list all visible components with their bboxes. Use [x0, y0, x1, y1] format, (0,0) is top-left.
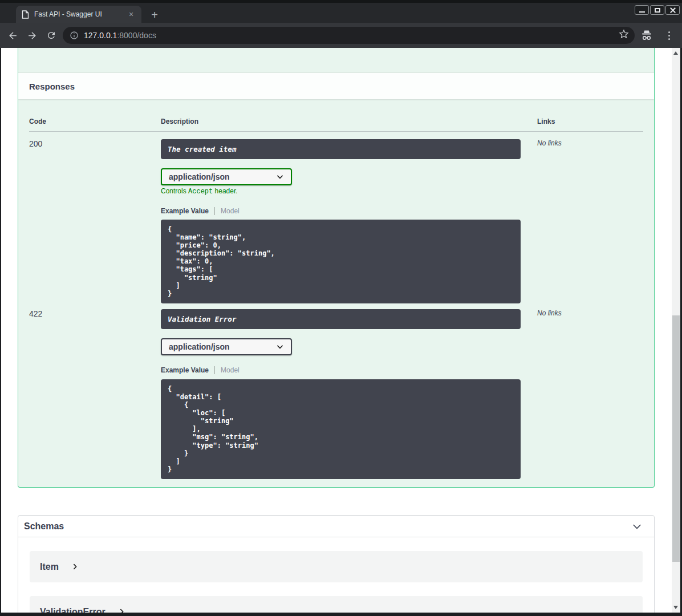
responses-table: Code Description Links 200 The created i…: [18, 99, 654, 479]
browser-toolbar: 127.0.0.1:8000/docs: [0, 23, 682, 48]
chevron-down-icon[interactable]: [631, 521, 643, 532]
model-name: ValidationError: [40, 607, 105, 613]
browser-tab[interactable]: Fast API - Swagger UI ×: [16, 6, 141, 23]
model-name: Item: [40, 562, 59, 572]
minimize-icon: [639, 11, 645, 13]
schemas-section: Schemas Item ValidationError: [18, 515, 655, 613]
document-favicon-icon: [22, 10, 29, 19]
tab-close-icon[interactable]: ×: [127, 10, 136, 18]
schemas-header[interactable]: Schemas: [18, 516, 654, 537]
tab-model[interactable]: Model: [221, 207, 239, 215]
column-header-code: Code: [29, 117, 161, 125]
url-host: 127.0.0.1: [84, 31, 117, 40]
tab-title: Fast API - Swagger UI: [34, 10, 127, 18]
response-links: No links: [537, 139, 643, 303]
close-icon: [670, 7, 676, 13]
tab-example-value[interactable]: Example Value: [161, 207, 209, 215]
minimize-button[interactable]: [635, 5, 649, 15]
new-tab-button[interactable]: +: [148, 9, 161, 22]
scroll-up-arrow[interactable]: [673, 51, 678, 55]
site-info-icon[interactable]: [70, 31, 79, 40]
response-code: 200: [29, 139, 161, 303]
url-text: 127.0.0.1:8000/docs: [84, 31, 156, 40]
responses-section-header: Responses: [18, 73, 654, 99]
schemas-title: Schemas: [24, 521, 64, 532]
close-button[interactable]: [665, 5, 680, 15]
model-validationerror[interactable]: ValidationError: [30, 596, 643, 613]
maximize-icon: [655, 8, 660, 13]
column-header-links: Links: [537, 117, 643, 125]
endpoint-block: Responses Code Description Links 200 The…: [18, 48, 655, 488]
media-type-select[interactable]: application/json: [161, 338, 292, 355]
tab-strip: Fast API - Swagger UI × +: [0, 0, 682, 23]
chevron-right-icon: [118, 608, 125, 613]
example-value-json: { "name": "string", "price": 0, "descrip…: [161, 220, 521, 303]
vertical-scrollbar[interactable]: [672, 48, 680, 613]
forward-button[interactable]: [27, 30, 38, 41]
chevron-down-icon: [276, 343, 284, 351]
response-links: No links: [537, 309, 643, 479]
browser-window: Fast API - Swagger UI × +: [0, 0, 682, 616]
tab-example-value[interactable]: Example Value: [161, 366, 209, 374]
swagger-page: Responses Code Description Links 200 The…: [1, 48, 672, 613]
response-code: 422: [29, 309, 161, 479]
responses-table-header: Code Description Links: [29, 99, 643, 132]
response-row-200: 200 The created item application/json Co…: [29, 139, 643, 303]
responses-title: Responses: [29, 82, 75, 91]
back-button[interactable]: [7, 30, 18, 41]
chevron-right-icon: [71, 563, 79, 570]
url-path: :8000/docs: [117, 31, 156, 40]
response-row-422: 422 Validation Error application/json Ex…: [29, 309, 643, 479]
media-type-select[interactable]: application/json: [161, 168, 292, 185]
example-model-tabs: Example Value Model: [161, 366, 537, 375]
tab-separator: [214, 366, 215, 374]
model-item[interactable]: Item: [30, 551, 643, 582]
tab-separator: [214, 207, 215, 215]
browser-menu-button[interactable]: [665, 30, 673, 41]
scrollbar-thumb[interactable]: [672, 315, 680, 562]
example-model-tabs: Example Value Model: [161, 206, 537, 215]
chevron-down-icon: [276, 173, 284, 181]
window-controls: [635, 5, 680, 15]
schemas-body: Item ValidationError: [18, 537, 654, 613]
maximize-button[interactable]: [650, 5, 664, 15]
response-description: Validation Error: [161, 309, 521, 329]
response-description: The created item: [161, 139, 521, 159]
accept-header-note: Controls Accept header.: [161, 187, 537, 196]
incognito-icon[interactable]: [640, 29, 653, 42]
media-type-value: application/json: [169, 342, 230, 351]
column-header-description: Description: [161, 117, 537, 125]
media-type-value: application/json: [169, 172, 230, 181]
address-bar[interactable]: 127.0.0.1:8000/docs: [63, 27, 635, 44]
example-value-json: { "detail": [ { "loc": [ "string" ], "ms…: [161, 379, 521, 479]
scroll-down-arrow[interactable]: [673, 606, 678, 609]
reload-button[interactable]: [46, 30, 56, 40]
bookmark-star-icon[interactable]: [618, 29, 630, 40]
tab-model[interactable]: Model: [221, 366, 239, 374]
